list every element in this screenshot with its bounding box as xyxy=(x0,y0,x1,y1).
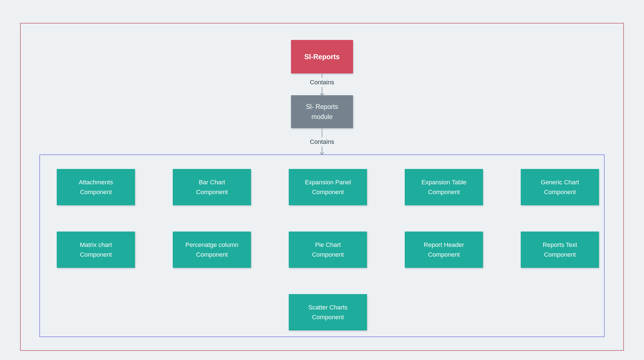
node-report-header-component[interactable]: Report Header Component xyxy=(405,232,483,268)
node-attachments-component[interactable]: Attachments Component xyxy=(57,169,135,205)
node-pie-chart-component[interactable]: Pie Chart Component xyxy=(289,232,367,268)
connector-contains-2: Contains xyxy=(291,128,353,154)
node-generic-chart-component[interactable]: Generic Chart Component xyxy=(521,169,599,205)
node-matrix-chart-component[interactable]: Matrix chart Component xyxy=(57,232,135,268)
node-expansion-table-component[interactable]: Expansion Table Component xyxy=(405,169,483,205)
node-sl-reports[interactable]: Sl-Reports xyxy=(291,40,353,73)
node-expansion-panel-component[interactable]: Expansion Panel Component xyxy=(289,169,367,205)
connector-label: Contains xyxy=(310,137,334,146)
arrow-down-icon xyxy=(322,87,322,95)
node-scatter-charts-component[interactable]: Scatter Charts Component xyxy=(289,294,367,330)
components-container-frame: Attachments Component Bar Chart Componen… xyxy=(39,154,605,337)
diagram-canvas: Sl-Reports Contains Sl- Reports module C… xyxy=(0,0,644,360)
node-percenatge-column-component[interactable]: Percenatge column Component xyxy=(173,232,251,268)
connector-label: Contains xyxy=(310,78,334,87)
connector-line xyxy=(322,128,322,137)
node-bar-chart-component[interactable]: Bar Chart Component xyxy=(173,169,251,205)
arrow-down-icon xyxy=(322,146,322,154)
node-reports-text-component[interactable]: Reports Text Component xyxy=(521,232,599,268)
connector-line xyxy=(322,74,322,78)
connector-contains-1: Contains xyxy=(291,74,353,95)
node-sl-reports-module[interactable]: Sl- Reports module xyxy=(291,95,353,128)
